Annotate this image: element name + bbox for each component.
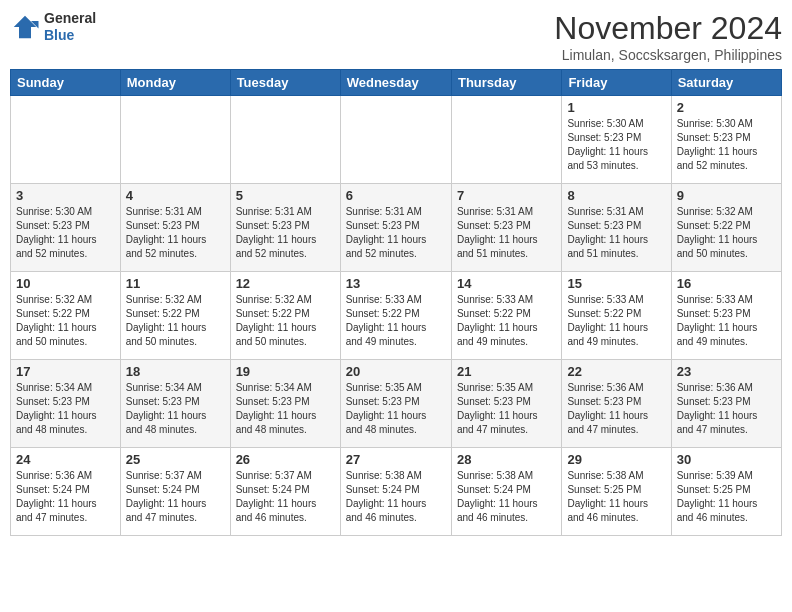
day-cell: 10Sunrise: 5:32 AM Sunset: 5:22 PM Dayli… (11, 272, 121, 360)
day-cell: 21Sunrise: 5:35 AM Sunset: 5:23 PM Dayli… (451, 360, 561, 448)
day-cell (340, 96, 451, 184)
day-cell: 16Sunrise: 5:33 AM Sunset: 5:23 PM Dayli… (671, 272, 781, 360)
day-number: 19 (236, 364, 335, 379)
day-number: 23 (677, 364, 776, 379)
day-cell: 2Sunrise: 5:30 AM Sunset: 5:23 PM Daylig… (671, 96, 781, 184)
day-number: 4 (126, 188, 225, 203)
day-info: Sunrise: 5:34 AM Sunset: 5:23 PM Dayligh… (236, 381, 335, 437)
day-cell: 1Sunrise: 5:30 AM Sunset: 5:23 PM Daylig… (562, 96, 671, 184)
day-info: Sunrise: 5:35 AM Sunset: 5:23 PM Dayligh… (346, 381, 446, 437)
day-header-friday: Friday (562, 70, 671, 96)
day-number: 25 (126, 452, 225, 467)
day-cell: 14Sunrise: 5:33 AM Sunset: 5:22 PM Dayli… (451, 272, 561, 360)
week-row-2: 3Sunrise: 5:30 AM Sunset: 5:23 PM Daylig… (11, 184, 782, 272)
day-info: Sunrise: 5:32 AM Sunset: 5:22 PM Dayligh… (16, 293, 115, 349)
day-info: Sunrise: 5:36 AM Sunset: 5:24 PM Dayligh… (16, 469, 115, 525)
day-cell: 25Sunrise: 5:37 AM Sunset: 5:24 PM Dayli… (120, 448, 230, 536)
day-info: Sunrise: 5:34 AM Sunset: 5:23 PM Dayligh… (126, 381, 225, 437)
day-info: Sunrise: 5:38 AM Sunset: 5:25 PM Dayligh… (567, 469, 665, 525)
logo: General Blue (10, 10, 96, 44)
week-row-1: 1Sunrise: 5:30 AM Sunset: 5:23 PM Daylig… (11, 96, 782, 184)
day-header-saturday: Saturday (671, 70, 781, 96)
page: General Blue November 2024 Limulan, Socc… (0, 0, 792, 546)
day-info: Sunrise: 5:38 AM Sunset: 5:24 PM Dayligh… (346, 469, 446, 525)
day-info: Sunrise: 5:33 AM Sunset: 5:23 PM Dayligh… (677, 293, 776, 349)
day-info: Sunrise: 5:31 AM Sunset: 5:23 PM Dayligh… (126, 205, 225, 261)
day-number: 14 (457, 276, 556, 291)
day-number: 13 (346, 276, 446, 291)
day-cell: 11Sunrise: 5:32 AM Sunset: 5:22 PM Dayli… (120, 272, 230, 360)
day-info: Sunrise: 5:33 AM Sunset: 5:22 PM Dayligh… (567, 293, 665, 349)
day-info: Sunrise: 5:30 AM Sunset: 5:23 PM Dayligh… (16, 205, 115, 261)
day-cell (11, 96, 121, 184)
day-cell: 8Sunrise: 5:31 AM Sunset: 5:23 PM Daylig… (562, 184, 671, 272)
day-header-thursday: Thursday (451, 70, 561, 96)
day-cell: 18Sunrise: 5:34 AM Sunset: 5:23 PM Dayli… (120, 360, 230, 448)
day-number: 21 (457, 364, 556, 379)
day-cell (451, 96, 561, 184)
day-number: 28 (457, 452, 556, 467)
day-cell: 13Sunrise: 5:33 AM Sunset: 5:22 PM Dayli… (340, 272, 451, 360)
day-info: Sunrise: 5:35 AM Sunset: 5:23 PM Dayligh… (457, 381, 556, 437)
day-info: Sunrise: 5:30 AM Sunset: 5:23 PM Dayligh… (677, 117, 776, 173)
day-number: 5 (236, 188, 335, 203)
day-cell: 3Sunrise: 5:30 AM Sunset: 5:23 PM Daylig… (11, 184, 121, 272)
week-row-3: 10Sunrise: 5:32 AM Sunset: 5:22 PM Dayli… (11, 272, 782, 360)
logo-text: General Blue (44, 10, 96, 44)
day-info: Sunrise: 5:32 AM Sunset: 5:22 PM Dayligh… (677, 205, 776, 261)
day-number: 11 (126, 276, 225, 291)
day-number: 9 (677, 188, 776, 203)
day-info: Sunrise: 5:37 AM Sunset: 5:24 PM Dayligh… (126, 469, 225, 525)
day-cell: 29Sunrise: 5:38 AM Sunset: 5:25 PM Dayli… (562, 448, 671, 536)
header-row: SundayMondayTuesdayWednesdayThursdayFrid… (11, 70, 782, 96)
logo-general: General (44, 10, 96, 27)
day-cell: 23Sunrise: 5:36 AM Sunset: 5:23 PM Dayli… (671, 360, 781, 448)
day-header-monday: Monday (120, 70, 230, 96)
week-row-5: 24Sunrise: 5:36 AM Sunset: 5:24 PM Dayli… (11, 448, 782, 536)
day-cell: 6Sunrise: 5:31 AM Sunset: 5:23 PM Daylig… (340, 184, 451, 272)
day-number: 2 (677, 100, 776, 115)
day-header-tuesday: Tuesday (230, 70, 340, 96)
day-number: 8 (567, 188, 665, 203)
day-info: Sunrise: 5:31 AM Sunset: 5:23 PM Dayligh… (457, 205, 556, 261)
day-header-wednesday: Wednesday (340, 70, 451, 96)
day-cell: 24Sunrise: 5:36 AM Sunset: 5:24 PM Dayli… (11, 448, 121, 536)
day-cell: 15Sunrise: 5:33 AM Sunset: 5:22 PM Dayli… (562, 272, 671, 360)
day-info: Sunrise: 5:32 AM Sunset: 5:22 PM Dayligh… (126, 293, 225, 349)
day-cell: 20Sunrise: 5:35 AM Sunset: 5:23 PM Dayli… (340, 360, 451, 448)
location: Limulan, Soccsksargen, Philippines (554, 47, 782, 63)
day-number: 18 (126, 364, 225, 379)
day-number: 17 (16, 364, 115, 379)
day-number: 24 (16, 452, 115, 467)
day-cell: 5Sunrise: 5:31 AM Sunset: 5:23 PM Daylig… (230, 184, 340, 272)
title-block: November 2024 Limulan, Soccsksargen, Phi… (554, 10, 782, 63)
logo-icon (10, 12, 40, 42)
day-info: Sunrise: 5:37 AM Sunset: 5:24 PM Dayligh… (236, 469, 335, 525)
day-cell: 26Sunrise: 5:37 AM Sunset: 5:24 PM Dayli… (230, 448, 340, 536)
day-info: Sunrise: 5:39 AM Sunset: 5:25 PM Dayligh… (677, 469, 776, 525)
day-info: Sunrise: 5:36 AM Sunset: 5:23 PM Dayligh… (567, 381, 665, 437)
day-info: Sunrise: 5:36 AM Sunset: 5:23 PM Dayligh… (677, 381, 776, 437)
month-title: November 2024 (554, 10, 782, 47)
day-cell: 17Sunrise: 5:34 AM Sunset: 5:23 PM Dayli… (11, 360, 121, 448)
day-info: Sunrise: 5:32 AM Sunset: 5:22 PM Dayligh… (236, 293, 335, 349)
day-number: 3 (16, 188, 115, 203)
day-header-sunday: Sunday (11, 70, 121, 96)
logo-blue: Blue (44, 27, 96, 44)
day-number: 7 (457, 188, 556, 203)
day-cell: 30Sunrise: 5:39 AM Sunset: 5:25 PM Dayli… (671, 448, 781, 536)
day-cell: 27Sunrise: 5:38 AM Sunset: 5:24 PM Dayli… (340, 448, 451, 536)
day-number: 6 (346, 188, 446, 203)
svg-marker-0 (14, 16, 37, 39)
header: General Blue November 2024 Limulan, Socc… (10, 10, 782, 63)
day-cell (120, 96, 230, 184)
day-number: 10 (16, 276, 115, 291)
day-info: Sunrise: 5:31 AM Sunset: 5:23 PM Dayligh… (567, 205, 665, 261)
day-cell: 7Sunrise: 5:31 AM Sunset: 5:23 PM Daylig… (451, 184, 561, 272)
day-cell: 28Sunrise: 5:38 AM Sunset: 5:24 PM Dayli… (451, 448, 561, 536)
day-info: Sunrise: 5:31 AM Sunset: 5:23 PM Dayligh… (236, 205, 335, 261)
day-info: Sunrise: 5:30 AM Sunset: 5:23 PM Dayligh… (567, 117, 665, 173)
day-info: Sunrise: 5:38 AM Sunset: 5:24 PM Dayligh… (457, 469, 556, 525)
day-number: 20 (346, 364, 446, 379)
day-number: 22 (567, 364, 665, 379)
